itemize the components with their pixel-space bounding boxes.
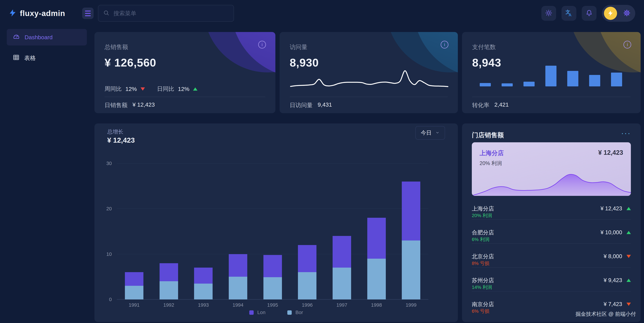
store-row[interactable]: 合肥分店6% 利润¥ 10,000 bbox=[472, 226, 631, 250]
y-axis-tick: 0 bbox=[109, 297, 112, 302]
store-profit-badge: 6% 利润 bbox=[472, 236, 489, 243]
bar-segment-bor bbox=[229, 277, 247, 299]
gridline bbox=[117, 208, 428, 209]
stat-label: 总销售额 bbox=[104, 43, 128, 51]
store-value: ¥ 12,423 bbox=[600, 205, 622, 212]
stores-title: 门店销售额 bbox=[472, 131, 504, 139]
theme-toggle-button[interactable] bbox=[541, 6, 556, 21]
x-axis-label: 1999 bbox=[394, 302, 428, 308]
stat-footer: 转化率 2,421 bbox=[472, 101, 509, 109]
bar-segment-lon bbox=[160, 263, 178, 281]
more-options-icon[interactable]: ··· bbox=[621, 129, 631, 138]
store-list: 上海分店20% 利润¥ 12,423合肥分店6% 利润¥ 10,000北京分店8… bbox=[472, 203, 631, 322]
store-row[interactable]: 北京分店8% 亏损¥ 8,000 bbox=[472, 250, 631, 274]
bar-segment-lon bbox=[194, 268, 212, 283]
store-highlight-card[interactable]: 上海分店 ¥ 12,423 20% 利润 bbox=[472, 142, 631, 196]
search-bar[interactable] bbox=[98, 5, 234, 22]
store-area-chart bbox=[472, 168, 631, 196]
search-input[interactable] bbox=[114, 10, 229, 17]
store-profit-badge: 8% 亏损 bbox=[472, 260, 489, 267]
language-button[interactable]: 文A bbox=[562, 6, 576, 21]
lightning-bolt-icon bbox=[9, 8, 16, 18]
legend-item-bor[interactable]: Bor bbox=[287, 310, 303, 315]
store-value: ¥ 7,423 bbox=[604, 301, 622, 307]
bar-segment-bor bbox=[402, 240, 420, 299]
table-grid-icon bbox=[13, 54, 20, 62]
mini-bar bbox=[567, 71, 578, 86]
dashboard-page: fluxy-admin 文A bbox=[0, 0, 644, 323]
sidebar-item-table[interactable]: 表格 bbox=[7, 50, 87, 66]
info-icon[interactable]: i bbox=[624, 41, 631, 49]
y-axis-tick: 30 bbox=[106, 161, 112, 166]
stacked-bar bbox=[229, 254, 247, 299]
stat-footer: 日销售额 ¥ 12,423 bbox=[104, 101, 155, 109]
legend-swatch bbox=[249, 310, 254, 315]
bar-segment-bor bbox=[264, 277, 282, 299]
decorative-circle bbox=[204, 32, 275, 72]
date-range-dropdown[interactable]: 今日 bbox=[416, 126, 445, 140]
hamburger-menu-button[interactable] bbox=[82, 8, 94, 19]
x-axis-label: 1993 bbox=[186, 302, 221, 308]
payments-bar-chart bbox=[480, 66, 622, 86]
x-axis-label: 1998 bbox=[359, 302, 394, 308]
visits-line-chart bbox=[290, 69, 449, 88]
user-avatar[interactable] bbox=[604, 7, 617, 20]
stacked-bar bbox=[367, 218, 386, 299]
translate-icon: 文A bbox=[565, 9, 573, 18]
store-name: 北京分店 bbox=[472, 253, 494, 260]
divider bbox=[472, 97, 630, 97]
card-total-growth: 总增长 ¥ 12,423 今日 0102030 1991199219931994… bbox=[94, 123, 458, 322]
card-store-sales: 门店销售额 ··· 上海分店 ¥ 12,423 20% 利润 上海分店20% 利… bbox=[462, 123, 641, 322]
bar-segment-lon bbox=[298, 245, 316, 272]
bar-segment-bor bbox=[160, 281, 178, 299]
store-name: 苏州分店 bbox=[472, 277, 494, 284]
stat-value: ¥ 126,560 bbox=[104, 56, 156, 69]
triangle-down-icon bbox=[626, 255, 631, 258]
info-icon[interactable]: i bbox=[441, 41, 448, 49]
triangle-up-icon bbox=[626, 207, 631, 210]
x-axis-label: 1994 bbox=[221, 302, 255, 308]
store-name: 南京分店 bbox=[472, 300, 494, 308]
store-value: ¥ 9,423 bbox=[604, 277, 622, 283]
stacked-bar bbox=[402, 182, 420, 299]
decorative-circle bbox=[386, 32, 458, 72]
stat-footer: 日访问量 9,431 bbox=[290, 101, 332, 109]
store-row[interactable]: 上海分店20% 利润¥ 12,423 bbox=[472, 203, 631, 226]
store-value-group: ¥ 12,423 bbox=[600, 205, 631, 212]
mini-bar bbox=[502, 83, 513, 86]
stacked-bar bbox=[194, 268, 212, 299]
notifications-button[interactable] bbox=[582, 6, 596, 21]
user-menu[interactable] bbox=[602, 5, 635, 22]
triangle-down-icon bbox=[140, 87, 145, 91]
store-row[interactable]: 苏州分店14% 利润¥ 9,423 bbox=[472, 274, 631, 298]
highlight-store-value: ¥ 12,423 bbox=[598, 149, 623, 156]
gear-icon[interactable] bbox=[623, 9, 631, 18]
store-row[interactable]: 南京分店6% 亏损¥ 7,423 bbox=[472, 298, 631, 322]
week-trend: 周同比 12% bbox=[104, 85, 145, 93]
x-axis-label: 1992 bbox=[152, 302, 186, 308]
header: fluxy-admin 文A bbox=[0, 0, 644, 27]
store-name: 上海分店 bbox=[472, 205, 494, 212]
mini-bar bbox=[589, 75, 600, 86]
legend-item-lon[interactable]: Lon bbox=[249, 310, 266, 315]
highlight-store-name: 上海分店 bbox=[480, 149, 504, 157]
store-value-group: ¥ 7,423 bbox=[604, 301, 631, 307]
credit-text: 掘金技术社区 @ 前端小付 bbox=[576, 310, 636, 317]
bar-segment-lon bbox=[229, 254, 247, 277]
bar-segment-lon bbox=[332, 236, 351, 268]
card-total-sales: i 总销售额 ¥ 126,560 周同比 12% 日同比 12% 日销售额 ¥ … bbox=[94, 32, 275, 113]
gridline bbox=[117, 163, 428, 164]
store-value: ¥ 10,000 bbox=[600, 229, 622, 236]
store-profit-badge: 14% 利润 bbox=[472, 284, 492, 290]
stat-label: 访问量 bbox=[290, 43, 307, 51]
info-icon[interactable]: i bbox=[258, 41, 266, 49]
bar-segment-bor bbox=[125, 286, 144, 299]
bar-segment-bor bbox=[194, 283, 212, 299]
gauge-icon bbox=[13, 33, 20, 42]
triangle-up-icon bbox=[626, 279, 631, 282]
sun-icon bbox=[545, 9, 552, 17]
x-axis-label: 1997 bbox=[324, 302, 359, 308]
triangle-up-icon bbox=[193, 87, 198, 91]
highlight-store-profit: 20% 利润 bbox=[480, 160, 502, 167]
sidebar-item-dashboard[interactable]: Dashboard bbox=[7, 29, 87, 46]
